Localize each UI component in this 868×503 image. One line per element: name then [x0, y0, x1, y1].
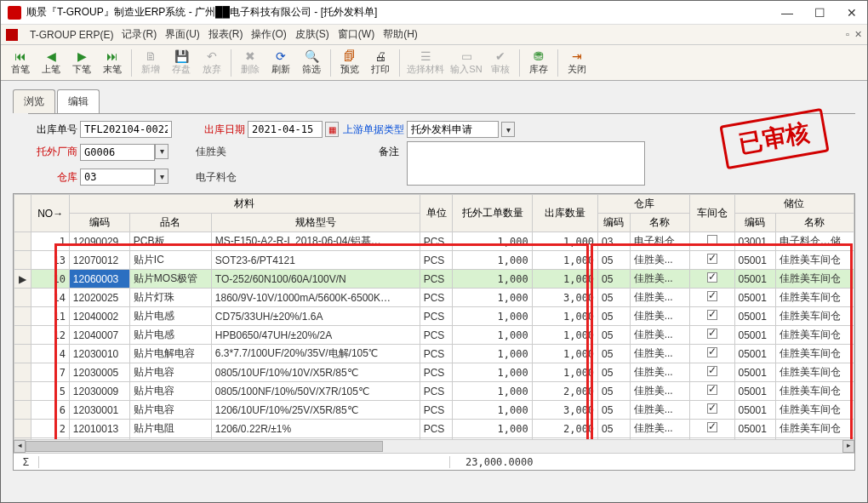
- store-name: 电子料仓: [194, 170, 337, 185]
- tb-last[interactable]: ⏭末笔: [98, 47, 127, 79]
- h-scrollbar[interactable]: ◂▸: [14, 439, 854, 453]
- col-lname[interactable]: 名称: [775, 214, 854, 232]
- print-icon: 🖨: [374, 49, 386, 63]
- new-icon: 🗎: [145, 49, 157, 63]
- tb-abandon[interactable]: ↶放弃: [197, 47, 226, 79]
- tb-sn[interactable]: ▭输入SN: [448, 47, 484, 79]
- colgrp-material: 材料: [69, 195, 420, 214]
- menu-product[interactable]: T-GROUP ERP(E): [30, 29, 113, 41]
- tb-inout[interactable]: ⛃库存: [524, 47, 553, 79]
- checkbox-shop[interactable]: [707, 291, 717, 301]
- minimize-button[interactable]: —: [779, 6, 796, 20]
- close-button[interactable]: ✕: [843, 6, 860, 20]
- tb-refresh[interactable]: ⟳刷新: [266, 47, 295, 79]
- tb-prev[interactable]: ◀上笔: [37, 47, 66, 79]
- sn-icon: ▭: [461, 49, 472, 63]
- menu-record[interactable]: 记录(R): [122, 27, 157, 42]
- table-row[interactable]: 1412020025贴片灯珠1860/9V-10V/1000mA/5600K-6…: [14, 289, 854, 307]
- tb-selmat[interactable]: ☰选择材料: [404, 47, 447, 79]
- menu-operate[interactable]: 操作(O): [251, 27, 286, 42]
- tb-audit[interactable]: ✔审核: [486, 47, 515, 79]
- col-sqty[interactable]: 出库数量: [532, 195, 597, 232]
- menubar: T-GROUP ERP(E) 记录(R) 界面(U) 报表(R) 操作(O) 皮…: [1, 25, 867, 45]
- table-row[interactable]: 1212040007贴片电感HPB0650/47UH/±20%/2APCS1,0…: [14, 326, 854, 345]
- table-row[interactable]: 512030009贴片电容0805/100NF/10%/50V/X7R/105℃…: [14, 382, 854, 401]
- checkbox-shop[interactable]: [707, 385, 717, 395]
- menu-window[interactable]: 窗口(W): [338, 27, 374, 42]
- checkbox-shop[interactable]: [707, 235, 717, 245]
- table-row[interactable]: 1312070012贴片ICSOT23-6/PT4121PCS1,0001,00…: [14, 251, 854, 270]
- tb-save[interactable]: 💾存盘: [167, 47, 196, 79]
- prev-icon: ◀: [47, 49, 56, 63]
- toolbar: ⏮首笔 ◀上笔 ▶下笔 ⏭末笔 🗎新增 💾存盘 ↶放弃 ✖删除 ⟳刷新 🔍筛选 …: [1, 45, 867, 81]
- tb-filter[interactable]: 🔍筛选: [297, 47, 326, 79]
- date-picker-icon[interactable]: ▦: [325, 122, 339, 137]
- menu-report[interactable]: 报表(R): [208, 27, 243, 42]
- last-icon: ⏭: [106, 49, 118, 63]
- mdi-restore-icon[interactable]: ▫: [846, 29, 849, 40]
- sigma-icon: Σ: [14, 456, 39, 468]
- tab-edit[interactable]: 编辑: [57, 89, 100, 113]
- tb-next[interactable]: ▶下笔: [67, 47, 96, 79]
- upstream-picker-icon[interactable]: ▾: [501, 122, 515, 137]
- footer-sum: 23,000.0000: [449, 456, 551, 468]
- col-shop[interactable]: 车间仓: [690, 195, 734, 232]
- delete-icon: ✖: [245, 49, 255, 63]
- table-row[interactable]: 412030010贴片电解电容6.3*7.7/100UF/20%/35V/电解/…: [14, 345, 854, 363]
- col-no[interactable]: NO→: [31, 195, 69, 232]
- checkbox-shop[interactable]: [707, 310, 717, 320]
- col-scode[interactable]: 编码: [598, 214, 631, 232]
- vendor-name: 佳胜美: [194, 145, 337, 159]
- tb-first[interactable]: ⏮首笔: [6, 47, 35, 79]
- input-store-code[interactable]: [80, 169, 155, 186]
- checkbox-shop[interactable]: [707, 403, 717, 414]
- colgrp-loc: 储位: [734, 195, 854, 214]
- table-row[interactable]: ▶1012060003贴片MOS极管TO-252/60N100/60A/100V…: [14, 270, 854, 289]
- checkbox-shop[interactable]: [707, 347, 717, 357]
- menu-skin[interactable]: 皮肤(S): [295, 27, 329, 42]
- checkbox-shop[interactable]: [707, 329, 717, 339]
- col-spec[interactable]: 规格型号: [211, 214, 420, 232]
- tb-new[interactable]: 🗎新增: [136, 47, 165, 79]
- store-picker-icon[interactable]: ▾: [155, 169, 168, 184]
- input-outdate[interactable]: [248, 121, 323, 138]
- label-remark: 备注: [340, 145, 404, 159]
- checkbox-shop[interactable]: [707, 422, 717, 432]
- maximize-button[interactable]: ☐: [811, 6, 828, 20]
- col-oqty[interactable]: 托外工单数量: [453, 195, 532, 232]
- label-vendor: 托外厂商: [28, 145, 77, 159]
- tb-preview[interactable]: 🗐预览: [335, 47, 364, 79]
- menu-help[interactable]: 帮助(H): [383, 27, 418, 42]
- col-code[interactable]: 编码: [69, 214, 129, 232]
- vendor-picker-icon[interactable]: ▾: [155, 144, 168, 159]
- first-icon: ⏮: [14, 49, 26, 63]
- checkbox-shop[interactable]: [707, 272, 717, 283]
- input-upstream[interactable]: [407, 121, 499, 138]
- save-icon: 💾: [174, 49, 189, 63]
- inout-icon: ⛃: [534, 49, 544, 63]
- input-remark[interactable]: [407, 141, 645, 186]
- label-upstream: 上游单据类型: [340, 123, 404, 137]
- table-row[interactable]: 212010013贴片电阻1206/0.22R/±1%PCS1,0002,000…: [14, 420, 854, 438]
- col-unit[interactable]: 单位: [420, 195, 453, 232]
- table-row[interactable]: 112090029PCB板MS-F150-A2-R-L 2018-06-04/铝…: [14, 232, 854, 251]
- checkbox-shop[interactable]: [707, 366, 717, 376]
- menu-ui[interactable]: 界面(U): [165, 27, 200, 42]
- tb-del[interactable]: ✖删除: [236, 47, 265, 79]
- refresh-icon: ⟳: [276, 49, 286, 63]
- label-outdate: 出库日期: [194, 123, 245, 137]
- window-title: 顺景『T-GROUP』制造业ERP系统 - 广州██电子科技有限公司 - [托外…: [26, 5, 779, 20]
- col-lcode[interactable]: 编码: [734, 214, 775, 232]
- table-row[interactable]: 612030001贴片电容1206/10UF/10%/25V/X5R/85℃PC…: [14, 401, 854, 420]
- table-row[interactable]: 712030005贴片电容0805/10UF/10%/10V/X5R/85℃PC…: [14, 363, 854, 382]
- input-outno[interactable]: [80, 121, 172, 138]
- col-sname[interactable]: 名称: [630, 214, 690, 232]
- table-row[interactable]: 1112040002贴片电感CD75/33UH/±20%/1.6APCS1,00…: [14, 307, 854, 326]
- tb-print[interactable]: 🖨打印: [366, 47, 395, 79]
- tb-close[interactable]: ⇥关闭: [562, 47, 591, 79]
- col-name[interactable]: 品名: [129, 214, 211, 232]
- tab-browse[interactable]: 浏览: [13, 89, 55, 113]
- checkbox-shop[interactable]: [707, 254, 717, 264]
- mdi-close-icon[interactable]: ✕: [854, 29, 862, 40]
- input-vendor-code[interactable]: [80, 144, 155, 161]
